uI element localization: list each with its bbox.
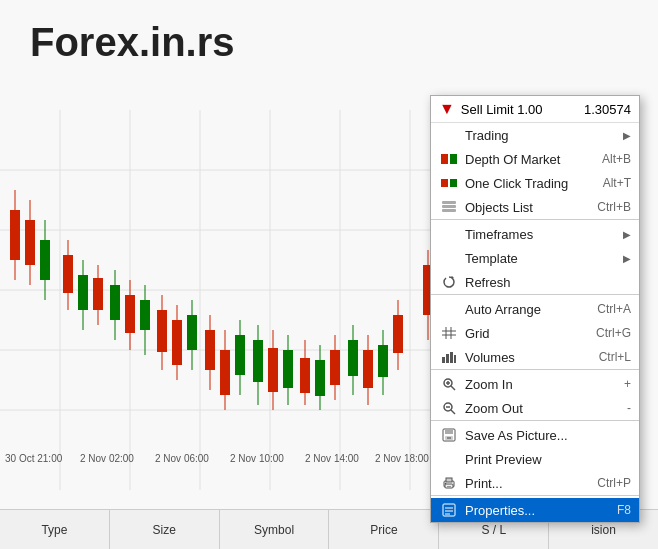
svg-rect-24 xyxy=(110,285,120,320)
auto-arrange-shortcut: Ctrl+A xyxy=(597,302,631,316)
trading-icon xyxy=(439,127,459,143)
properties-label: Properties... xyxy=(465,503,609,518)
svg-rect-18 xyxy=(63,255,73,293)
oneclick-icon xyxy=(439,175,459,191)
svg-rect-93 xyxy=(447,486,451,487)
svg-rect-87 xyxy=(445,429,453,434)
print-icon xyxy=(439,475,459,491)
oneclick-shortcut: Alt+T xyxy=(603,176,631,190)
menu-item-save-as-picture[interactable]: Save As Picture... xyxy=(431,423,639,447)
svg-rect-28 xyxy=(140,300,150,330)
zoom-out-icon xyxy=(439,400,459,416)
svg-rect-20 xyxy=(78,275,88,310)
col-size: Size xyxy=(110,510,220,549)
properties-shortcut: F8 xyxy=(617,503,631,517)
save-icon xyxy=(439,427,459,443)
menu-item-template[interactable]: Template ▶ xyxy=(431,246,639,270)
volumes-label: Volumes xyxy=(465,350,591,365)
objects-icon xyxy=(439,199,459,215)
timeframes-icon xyxy=(439,226,459,242)
sell-price: 1.30574 xyxy=(584,102,631,117)
menu-item-print-preview[interactable]: Print Preview xyxy=(431,447,639,471)
svg-rect-42 xyxy=(253,340,263,382)
trading-arrow: ▶ xyxy=(623,130,631,141)
menu-item-depth-of-market[interactable]: Depth Of Market Alt+B xyxy=(431,147,639,171)
trading-label: Trading xyxy=(465,128,623,143)
svg-rect-89 xyxy=(447,437,451,439)
svg-rect-50 xyxy=(315,360,325,396)
svg-rect-68 xyxy=(442,205,456,208)
auto-arrange-label: Auto Arrange xyxy=(465,302,589,317)
depth-icon xyxy=(439,151,459,167)
grid-icon xyxy=(439,325,459,341)
svg-rect-44 xyxy=(268,348,278,392)
time-label-2: 2 Nov 02:00 xyxy=(80,453,134,464)
svg-rect-78 xyxy=(454,355,456,363)
zoom-out-shortcut: - xyxy=(627,401,631,415)
template-icon xyxy=(439,250,459,266)
menu-item-objects-list[interactable]: Objects List Ctrl+B xyxy=(431,195,639,220)
menu-item-timeframes[interactable]: Timeframes ▶ xyxy=(431,222,639,246)
svg-rect-58 xyxy=(378,345,388,377)
svg-point-94 xyxy=(445,482,447,484)
menu-item-grid[interactable]: Grid Ctrl+G xyxy=(431,321,639,345)
context-menu: ▼ Sell Limit 1.00 1.30574 Trading ▶ Dept… xyxy=(430,95,640,523)
refresh-label: Refresh xyxy=(465,275,631,290)
grid-label: Grid xyxy=(465,326,588,341)
svg-line-84 xyxy=(451,410,455,414)
print-preview-icon xyxy=(439,451,459,467)
zoom-in-shortcut: + xyxy=(624,377,631,391)
properties-icon xyxy=(439,502,459,518)
svg-rect-65 xyxy=(441,179,448,187)
col-price: Price xyxy=(329,510,439,549)
depth-shortcut: Alt+B xyxy=(602,152,631,166)
auto-arrange-icon xyxy=(439,301,459,317)
menu-item-zoom-in[interactable]: Zoom In + xyxy=(431,372,639,396)
template-label: Template xyxy=(465,251,623,266)
svg-rect-40 xyxy=(235,335,245,375)
svg-rect-30 xyxy=(157,310,167,352)
time-label-3: 2 Nov 06:00 xyxy=(155,453,209,464)
svg-rect-36 xyxy=(205,330,215,370)
svg-rect-12 xyxy=(10,210,20,260)
svg-rect-48 xyxy=(300,358,310,393)
svg-rect-76 xyxy=(446,354,449,363)
time-label-1: 30 Oct 21:00 xyxy=(5,453,62,464)
svg-rect-77 xyxy=(450,352,453,363)
menu-item-print[interactable]: Print... Ctrl+P xyxy=(431,471,639,496)
sell-limit-label: Sell Limit 1.00 xyxy=(461,102,543,117)
svg-rect-63 xyxy=(441,154,448,164)
zoom-in-label: Zoom In xyxy=(465,377,616,392)
menu-item-trading[interactable]: Trading ▶ xyxy=(431,123,639,147)
print-preview-label: Print Preview xyxy=(465,452,631,467)
forex-title: Forex.in.rs xyxy=(30,20,235,65)
svg-rect-69 xyxy=(442,209,456,212)
svg-rect-16 xyxy=(40,240,50,280)
svg-rect-34 xyxy=(187,315,197,350)
objects-label: Objects List xyxy=(465,200,589,215)
menu-item-auto-arrange[interactable]: Auto Arrange Ctrl+A xyxy=(431,297,639,321)
svg-line-80 xyxy=(451,386,455,390)
svg-rect-38 xyxy=(220,350,230,395)
time-label-4: 2 Nov 10:00 xyxy=(230,453,284,464)
zoom-in-icon xyxy=(439,376,459,392)
menu-item-properties[interactable]: Properties... F8 xyxy=(431,498,639,522)
menu-item-volumes[interactable]: Volumes Ctrl+L xyxy=(431,345,639,370)
svg-rect-56 xyxy=(363,350,373,388)
svg-rect-26 xyxy=(125,295,135,333)
svg-rect-67 xyxy=(442,201,456,204)
volumes-icon xyxy=(439,349,459,365)
print-label: Print... xyxy=(465,476,589,491)
col-type: Type xyxy=(0,510,110,549)
objects-shortcut: Ctrl+B xyxy=(597,200,631,214)
sell-arrow-icon: ▼ xyxy=(439,100,455,118)
print-shortcut: Ctrl+P xyxy=(597,476,631,490)
menu-item-zoom-out[interactable]: Zoom Out - xyxy=(431,396,639,421)
svg-rect-22 xyxy=(93,278,103,310)
refresh-icon xyxy=(439,274,459,290)
grid-shortcut: Ctrl+G xyxy=(596,326,631,340)
menu-item-refresh[interactable]: Refresh xyxy=(431,270,639,295)
time-label-5: 2 Nov 14:00 xyxy=(305,453,359,464)
svg-rect-75 xyxy=(442,357,445,363)
menu-item-one-click-trading[interactable]: One Click Trading Alt+T xyxy=(431,171,639,195)
